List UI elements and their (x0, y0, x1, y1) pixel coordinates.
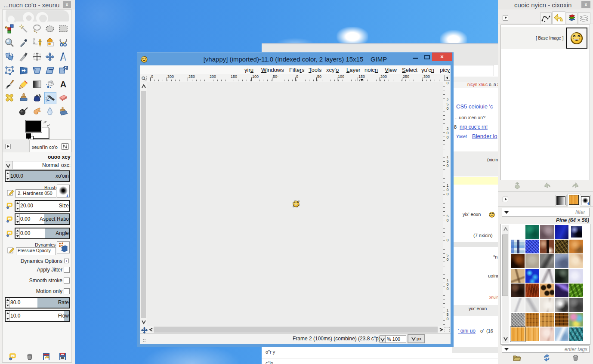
svg-text:A: A (60, 80, 66, 89)
